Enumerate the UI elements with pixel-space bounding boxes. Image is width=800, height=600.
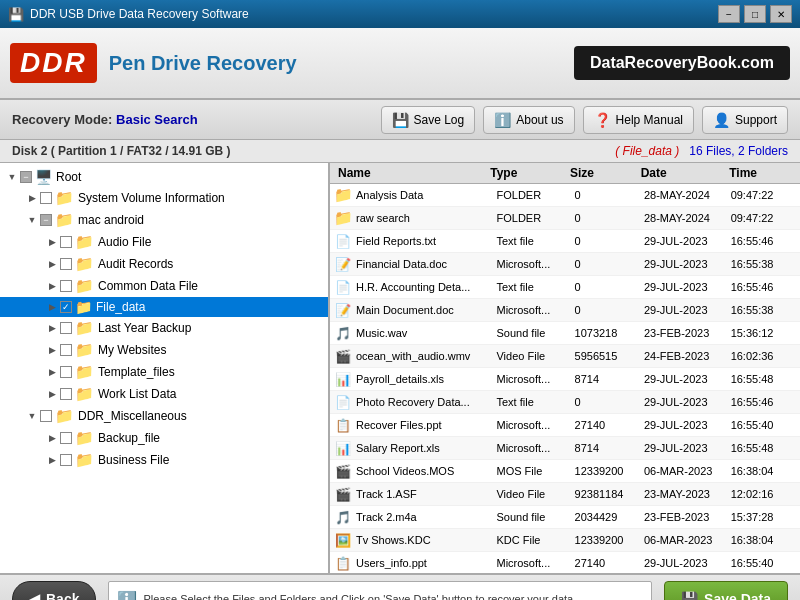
expander-audit-records[interactable]: ▶ <box>44 256 60 272</box>
expander-backup-file[interactable]: ▶ <box>44 430 60 446</box>
table-row[interactable]: 📁 Analysis Data FOLDER 0 28-MAY-2024 09:… <box>330 184 800 207</box>
save-data-button[interactable]: 💾 Save Data <box>664 581 788 600</box>
expander-ddr-misc[interactable]: ▼ <box>24 408 40 424</box>
tree-item-audio-file[interactable]: ▶ 📁 Audio File <box>0 231 328 253</box>
table-row[interactable]: 🎵 Track 2.m4a Sound file 2034429 23-FEB-… <box>330 506 800 529</box>
file-size: 0 <box>575 212 644 224</box>
table-row[interactable]: 🎬 Track 1.ASF Video File 92381184 23-MAY… <box>330 483 800 506</box>
file-name: Recover Files.ppt <box>356 419 496 431</box>
table-row[interactable]: 📄 H.R. Accounting Deta... Text file 0 29… <box>330 276 800 299</box>
expander-mac-android[interactable]: ▼ <box>24 212 40 228</box>
tree-item-last-year[interactable]: ▶ 📁 Last Year Backup <box>0 317 328 339</box>
website-link[interactable]: DataRecoveryBook.com <box>574 46 790 80</box>
tree-label-sysvolinfo: System Volume Information <box>78 191 225 205</box>
tree-item-sysvolinfo[interactable]: ▶ 📁 System Volume Information <box>0 187 328 209</box>
file-date: 29-JUL-2023 <box>644 258 731 270</box>
file-size: 8714 <box>575 373 644 385</box>
help-manual-button[interactable]: ❓ Help Manual <box>583 106 694 134</box>
about-us-button[interactable]: ℹ️ About us <box>483 106 574 134</box>
tree-label-work-list: Work List Data <box>98 387 176 401</box>
table-row[interactable]: 🎬 ocean_with_audio.wmv Video File 595651… <box>330 345 800 368</box>
file-time: 15:37:28 <box>731 511 800 523</box>
table-row[interactable]: 📋 Recover Files.ppt Microsoft... 27140 2… <box>330 414 800 437</box>
expander-root[interactable]: ▼ <box>4 169 20 185</box>
save-log-button[interactable]: 💾 Save Log <box>381 106 476 134</box>
file-date: 29-JUL-2023 <box>644 373 731 385</box>
table-row[interactable]: 📝 Financial Data.doc Microsoft... 0 29-J… <box>330 253 800 276</box>
file-time: 16:55:46 <box>731 235 800 247</box>
checkbox-common-data[interactable] <box>60 280 72 292</box>
file-name: Analysis Data <box>356 189 496 201</box>
checkbox-sysvolinfo[interactable] <box>40 192 52 204</box>
file-list: Name Type Size Date Time 📁 Analysis Data… <box>330 163 800 573</box>
expander-file-data[interactable]: ▶ <box>44 299 60 315</box>
expander-common-data[interactable]: ▶ <box>44 278 60 294</box>
file-time: 15:36:12 <box>731 327 800 339</box>
file-name: Tv Shows.KDC <box>356 534 496 546</box>
tree-item-root[interactable]: ▼ − 🖥️ Root <box>0 167 328 187</box>
file-type: Video File <box>496 488 574 500</box>
tree-item-mac-android[interactable]: ▼ − 📁 mac android <box>0 209 328 231</box>
file-icon: 🎵 <box>334 508 352 526</box>
expander-audio-file[interactable]: ▶ <box>44 234 60 250</box>
close-button[interactable]: ✕ <box>770 5 792 23</box>
tree-item-file-data[interactable]: ▶ ✓ 📁 File_data <box>0 297 328 317</box>
table-row[interactable]: 🎵 Music.wav Sound file 1073218 23-FEB-20… <box>330 322 800 345</box>
tree-item-business-file[interactable]: ▶ 📁 Business File <box>0 449 328 471</box>
file-name: Salary Report.xls <box>356 442 496 454</box>
table-row[interactable]: 🎬 School Videos.MOS MOS File 12339200 06… <box>330 460 800 483</box>
file-time: 16:55:38 <box>731 258 800 270</box>
file-icon: 📋 <box>334 416 352 434</box>
expander-template-files[interactable]: ▶ <box>44 364 60 380</box>
checkbox-work-list[interactable] <box>60 388 72 400</box>
tree-item-backup-file[interactable]: ▶ 📁 Backup_file <box>0 427 328 449</box>
folder-icon: 📁 <box>75 319 94 337</box>
checkbox-business-file[interactable] <box>60 454 72 466</box>
checkbox-root[interactable]: − <box>20 171 32 183</box>
file-time: 16:55:40 <box>731 419 800 431</box>
checkbox-last-year[interactable] <box>60 322 72 334</box>
checkbox-file-data[interactable]: ✓ <box>60 301 72 313</box>
expander-my-websites[interactable]: ▶ <box>44 342 60 358</box>
checkbox-mac-android[interactable]: − <box>40 214 52 226</box>
file-size: 27140 <box>575 419 644 431</box>
recovery-mode-label: Recovery Mode: Basic Search <box>12 112 373 127</box>
col-header-time: Time <box>729 166 800 180</box>
file-date: 06-MAR-2023 <box>644 465 731 477</box>
table-row[interactable]: 📁 raw search FOLDER 0 28-MAY-2024 09:47:… <box>330 207 800 230</box>
checkbox-audit-records[interactable] <box>60 258 72 270</box>
minimize-button[interactable]: − <box>718 5 740 23</box>
file-time: 16:55:48 <box>731 373 800 385</box>
tree-item-ddr-misc[interactable]: ▼ 📁 DDR_Miscellaneous <box>0 405 328 427</box>
tree-item-work-list[interactable]: ▶ 📁 Work List Data <box>0 383 328 405</box>
checkbox-audio-file[interactable] <box>60 236 72 248</box>
checkbox-my-websites[interactable] <box>60 344 72 356</box>
file-type: Text file <box>496 281 574 293</box>
file-date: 23-FEB-2023 <box>644 327 731 339</box>
table-row[interactable]: 📊 Salary Report.xls Microsoft... 8714 29… <box>330 437 800 460</box>
tree-item-my-websites[interactable]: ▶ 📁 My Websites <box>0 339 328 361</box>
file-type: Microsoft... <box>496 373 574 385</box>
file-table-body: 📁 Analysis Data FOLDER 0 28-MAY-2024 09:… <box>330 184 800 573</box>
tree-item-template-files[interactable]: ▶ 📁 Template_files <box>0 361 328 383</box>
table-row[interactable]: 📄 Field Reports.txt Text file 0 29-JUL-2… <box>330 230 800 253</box>
expander-last-year[interactable]: ▶ <box>44 320 60 336</box>
file-time: 16:55:46 <box>731 396 800 408</box>
support-button[interactable]: 👤 Support <box>702 106 788 134</box>
checkbox-backup-file[interactable] <box>60 432 72 444</box>
table-row[interactable]: 🖼️ Tv Shows.KDC KDC File 12339200 06-MAR… <box>330 529 800 552</box>
checkbox-template-files[interactable] <box>60 366 72 378</box>
file-icon: 📊 <box>334 439 352 457</box>
expander-business-file[interactable]: ▶ <box>44 452 60 468</box>
tree-item-common-data[interactable]: ▶ 📁 Common Data File <box>0 275 328 297</box>
maximize-button[interactable]: □ <box>744 5 766 23</box>
expander-sysvolinfo[interactable]: ▶ <box>24 190 40 206</box>
table-row[interactable]: 📋 Users_info.ppt Microsoft... 27140 29-J… <box>330 552 800 573</box>
tree-item-audit-records[interactable]: ▶ 📁 Audit Records <box>0 253 328 275</box>
checkbox-ddr-misc[interactable] <box>40 410 52 422</box>
back-button[interactable]: ◀ Back <box>12 581 96 600</box>
table-row[interactable]: 📝 Main Document.doc Microsoft... 0 29-JU… <box>330 299 800 322</box>
table-row[interactable]: 📄 Photo Recovery Data... Text file 0 29-… <box>330 391 800 414</box>
table-row[interactable]: 📊 Payroll_details.xls Microsoft... 8714 … <box>330 368 800 391</box>
expander-work-list[interactable]: ▶ <box>44 386 60 402</box>
